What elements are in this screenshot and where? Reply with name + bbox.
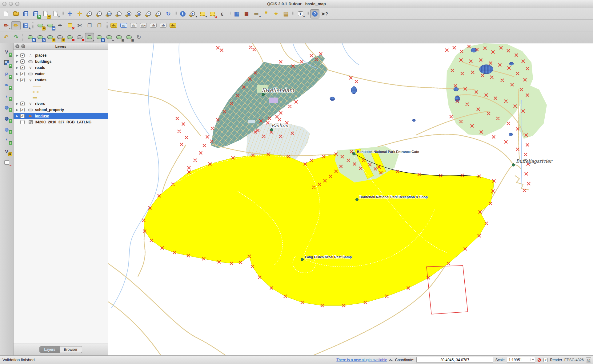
offset-curve-button[interactable]: ∪ xyxy=(95,33,104,42)
zoom-next-button[interactable]: ▸ xyxy=(154,9,163,18)
epsg-status[interactable]: EPSG:4326 xyxy=(564,358,584,362)
add-delimited-text-layer-button[interactable]: ❜+ xyxy=(2,136,11,145)
remove-layer-button[interactable]: − xyxy=(2,158,11,167)
label-tool-6-button[interactable]: ab xyxy=(158,21,168,30)
select-features-button[interactable]: ▼ xyxy=(198,9,207,18)
move-feature-button[interactable]: ➜ xyxy=(46,21,55,30)
panel-close-icon[interactable]: ✕ xyxy=(15,44,19,48)
save-project-as-button[interactable]: ✎ xyxy=(31,9,40,18)
chevron-down-icon[interactable]: ▼ xyxy=(205,15,207,18)
layer-visibility-checkbox[interactable]: ✓ xyxy=(20,66,25,70)
delete-part-button[interactable]: ✖ xyxy=(75,33,84,42)
tab-layers[interactable]: Layers xyxy=(40,346,59,353)
stop-render-icon[interactable]: ⊘ xyxy=(537,357,541,363)
layer-item-3420C_2010_327_RGB_LATLNG[interactable]: 3420C_2010_327_RGB_LATLNG xyxy=(14,119,108,125)
zoom-in-button[interactable]: + xyxy=(85,9,94,18)
scale-combo[interactable]: 1:19951▼ xyxy=(507,357,535,363)
deselect-features-button[interactable]: ⊘ xyxy=(208,9,217,18)
add-vector-layer-button[interactable]: V+ xyxy=(2,47,11,56)
label-tool-1-button[interactable]: abc xyxy=(109,21,118,30)
add-raster-layer-button[interactable]: + xyxy=(2,58,11,67)
disclosure-arrow-icon[interactable]: ▶ xyxy=(16,60,20,63)
zoom-out-button[interactable]: − xyxy=(95,9,104,18)
layer-item-buildings[interactable]: ▶✓buildings xyxy=(14,58,108,65)
layer-visibility-checkbox[interactable]: ✓ xyxy=(20,59,25,64)
rotate-point-symbols-button[interactable]: ↻ xyxy=(134,33,143,42)
new-project-button[interactable] xyxy=(2,9,11,18)
zoom-to-selection-button[interactable]: ▣ xyxy=(124,9,134,18)
layer-visibility-checkbox[interactable]: ✓ xyxy=(20,53,25,58)
map-canvas[interactable]: SwellendamRailtonBuffeljagsrivierBontebo… xyxy=(108,43,593,355)
pan-to-selection-button[interactable]: ✛ xyxy=(75,9,84,18)
layer-visibility-checkbox[interactable]: ✓ xyxy=(20,102,25,106)
merge-attributes-button[interactable]: ▦ xyxy=(124,33,134,42)
layer-visibility-checkbox[interactable]: ✓ xyxy=(20,78,25,82)
disclosure-arrow-icon[interactable]: ▶ xyxy=(16,54,20,57)
save-project-button[interactable] xyxy=(21,9,30,18)
zoom-to-layer-button[interactable]: ▤ xyxy=(134,9,143,18)
zoom-full-extent-button[interactable]: □ xyxy=(114,9,124,18)
add-part-button[interactable]: ✱ xyxy=(55,33,65,42)
chevron-down-icon[interactable]: ▼ xyxy=(9,153,12,156)
layer-item-landuse[interactable]: ▶✓✏landuse xyxy=(14,113,108,119)
add-postgis-layer-button[interactable]: P+ xyxy=(2,69,11,78)
redo-button[interactable]: ↷ xyxy=(11,33,21,42)
layer-item-roads[interactable]: ▶✓∨roads xyxy=(14,65,108,71)
layer-visibility-checkbox[interactable]: ✓ xyxy=(20,114,25,118)
open-project-button[interactable] xyxy=(11,9,21,18)
measure-button[interactable]: ═▼ xyxy=(252,9,261,18)
disclosure-arrow-icon[interactable]: ▶ xyxy=(16,114,20,118)
copy-features-button[interactable]: ❐ xyxy=(85,21,94,30)
delete-selected-button[interactable]: ✖ xyxy=(65,21,74,30)
open-attribute-table-button[interactable]: ▦ xyxy=(232,9,241,18)
split-features-button[interactable]: ✂ xyxy=(105,33,114,42)
panel-float-icon[interactable]: ❏ xyxy=(21,44,25,48)
save-layer-edits-button[interactable]: ✎ xyxy=(21,21,30,30)
zoom-last-button[interactable]: ◂ xyxy=(144,9,153,18)
crs-status-icon[interactable]: ◎ xyxy=(586,357,591,362)
chevron-down-icon[interactable]: ▼ xyxy=(195,15,198,18)
map-tips-button[interactable]: ❞ xyxy=(262,9,271,18)
node-tool-button[interactable]: ✒ xyxy=(55,21,65,30)
add-wfs-layer-button[interactable]: ◍+ xyxy=(2,125,11,134)
layer-item-water[interactable]: ▶✓water xyxy=(14,71,108,77)
new-bookmark-button[interactable]: ✦ xyxy=(271,9,281,18)
pan-map-button[interactable]: ✛ xyxy=(65,9,74,18)
add-mssql-layer-button[interactable]: ◗+ xyxy=(2,91,11,101)
disclosure-arrow-icon[interactable]: ▶ xyxy=(16,102,20,105)
identify-features-button[interactable]: ℹ xyxy=(178,9,187,18)
help-contents-button[interactable]: ? xyxy=(310,9,319,18)
add-wms-layer-button[interactable]: ◍+ xyxy=(2,102,11,112)
chevron-down-icon[interactable]: ▼ xyxy=(9,27,11,30)
label-tool-7-button[interactable]: abc xyxy=(168,21,178,30)
merge-features-button[interactable]: ▣ xyxy=(114,33,124,42)
show-bookmarks-button[interactable]: ▤ xyxy=(281,9,290,18)
delete-ring-button[interactable]: ✖ xyxy=(65,33,74,42)
layer-item-rivers[interactable]: ▶✓∨rivers xyxy=(14,101,108,107)
current-edits-button[interactable]: ✏▼ xyxy=(2,21,11,30)
disclosure-arrow-icon[interactable]: ▶ xyxy=(16,108,20,111)
toggle-editing-button[interactable]: ✏ xyxy=(11,21,21,30)
layer-item-school_property[interactable]: ▶✓school_property xyxy=(14,107,108,113)
chevron-down-icon[interactable]: ▼ xyxy=(259,15,261,18)
rotate-feature-button[interactable]: ↻ xyxy=(26,33,35,42)
refresh-map-button[interactable]: ↻ xyxy=(164,9,173,18)
reshape-features-button[interactable]: ↝ xyxy=(85,33,94,42)
simplify-feature-button[interactable]: ◇ xyxy=(36,33,45,42)
composer-manager-button[interactable]: ✒ xyxy=(51,9,60,18)
paste-features-button[interactable]: ❒ xyxy=(95,21,104,30)
zoom-native-button[interactable]: 1:1 xyxy=(105,9,114,18)
layer-visibility-checkbox[interactable]: ✓ xyxy=(20,108,25,112)
text-annotation-button[interactable]: T▼ xyxy=(296,9,305,18)
field-calculator-button[interactable]: ≣ xyxy=(242,9,251,18)
chevron-down-icon[interactable]: ▼ xyxy=(531,358,534,361)
select-by-expression-button[interactable]: ε xyxy=(218,9,227,18)
add-spatialite-layer-button[interactable]: ✑+ xyxy=(2,80,11,90)
run-feature-action-button[interactable]: ▶▼ xyxy=(188,9,197,18)
layer-visibility-checkbox[interactable] xyxy=(20,120,25,124)
layer-item-routes[interactable]: ▼✓∨routes xyxy=(14,77,108,83)
plugin-icon[interactable]: ✁ xyxy=(389,358,393,362)
add-ring-button[interactable]: ✱ xyxy=(46,33,55,42)
chevron-down-icon[interactable]: ▼ xyxy=(303,15,305,18)
new-print-composer-button[interactable]: ✱ xyxy=(41,9,50,18)
